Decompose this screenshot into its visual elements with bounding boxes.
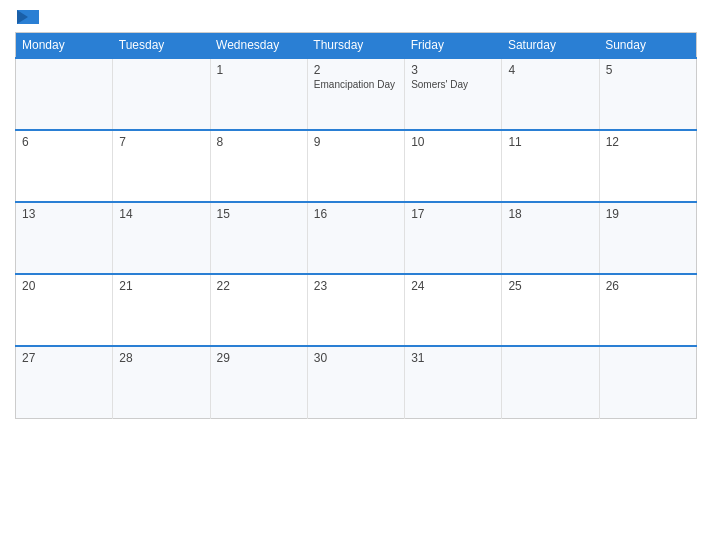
weekday-header-sunday: Sunday bbox=[599, 33, 696, 59]
weekday-header-wednesday: Wednesday bbox=[210, 33, 307, 59]
day-number: 17 bbox=[411, 207, 495, 221]
day-number: 19 bbox=[606, 207, 690, 221]
day-cell: 2Emancipation Day bbox=[307, 58, 404, 130]
weekday-header-thursday: Thursday bbox=[307, 33, 404, 59]
day-number: 4 bbox=[508, 63, 592, 77]
day-number: 31 bbox=[411, 351, 495, 365]
day-number: 3 bbox=[411, 63, 495, 77]
day-cell: 20 bbox=[16, 274, 113, 346]
day-cell: 25 bbox=[502, 274, 599, 346]
calendar-container: MondayTuesdayWednesdayThursdayFridaySatu… bbox=[0, 0, 712, 550]
day-cell: 9 bbox=[307, 130, 404, 202]
day-cell: 8 bbox=[210, 130, 307, 202]
day-number: 1 bbox=[217, 63, 301, 77]
week-row-2: 6789101112 bbox=[16, 130, 697, 202]
day-cell: 26 bbox=[599, 274, 696, 346]
day-cell: 16 bbox=[307, 202, 404, 274]
day-cell: 6 bbox=[16, 130, 113, 202]
day-number: 18 bbox=[508, 207, 592, 221]
day-cell: 22 bbox=[210, 274, 307, 346]
day-number: 24 bbox=[411, 279, 495, 293]
day-number: 25 bbox=[508, 279, 592, 293]
day-number: 26 bbox=[606, 279, 690, 293]
day-number: 6 bbox=[22, 135, 106, 149]
day-event: Somers' Day bbox=[411, 79, 495, 90]
day-number: 13 bbox=[22, 207, 106, 221]
day-event: Emancipation Day bbox=[314, 79, 398, 90]
week-row-4: 20212223242526 bbox=[16, 274, 697, 346]
logo bbox=[15, 10, 39, 24]
day-number: 12 bbox=[606, 135, 690, 149]
day-cell: 3Somers' Day bbox=[405, 58, 502, 130]
day-cell: 24 bbox=[405, 274, 502, 346]
day-cell: 29 bbox=[210, 346, 307, 418]
day-number: 10 bbox=[411, 135, 495, 149]
day-cell: 12 bbox=[599, 130, 696, 202]
day-cell: 13 bbox=[16, 202, 113, 274]
svg-marker-2 bbox=[28, 10, 39, 24]
day-number: 21 bbox=[119, 279, 203, 293]
day-number: 5 bbox=[606, 63, 690, 77]
day-cell: 21 bbox=[113, 274, 210, 346]
day-cell: 19 bbox=[599, 202, 696, 274]
day-number: 27 bbox=[22, 351, 106, 365]
day-cell bbox=[502, 346, 599, 418]
logo-flag-icon bbox=[17, 10, 39, 24]
day-number: 22 bbox=[217, 279, 301, 293]
day-number: 2 bbox=[314, 63, 398, 77]
day-number: 9 bbox=[314, 135, 398, 149]
day-cell: 28 bbox=[113, 346, 210, 418]
day-cell: 5 bbox=[599, 58, 696, 130]
day-number: 30 bbox=[314, 351, 398, 365]
day-number: 14 bbox=[119, 207, 203, 221]
day-cell: 30 bbox=[307, 346, 404, 418]
day-cell bbox=[16, 58, 113, 130]
day-cell: 4 bbox=[502, 58, 599, 130]
header bbox=[15, 10, 697, 24]
day-cell: 14 bbox=[113, 202, 210, 274]
day-cell: 1 bbox=[210, 58, 307, 130]
day-number: 28 bbox=[119, 351, 203, 365]
week-row-3: 13141516171819 bbox=[16, 202, 697, 274]
week-row-1: 12Emancipation Day3Somers' Day45 bbox=[16, 58, 697, 130]
day-number: 23 bbox=[314, 279, 398, 293]
weekday-header-monday: Monday bbox=[16, 33, 113, 59]
weekday-header-row: MondayTuesdayWednesdayThursdayFridaySatu… bbox=[16, 33, 697, 59]
day-cell bbox=[599, 346, 696, 418]
day-cell: 10 bbox=[405, 130, 502, 202]
day-number: 20 bbox=[22, 279, 106, 293]
weekday-header-tuesday: Tuesday bbox=[113, 33, 210, 59]
day-cell: 11 bbox=[502, 130, 599, 202]
calendar-grid: MondayTuesdayWednesdayThursdayFridaySatu… bbox=[15, 32, 697, 419]
weekday-header-friday: Friday bbox=[405, 33, 502, 59]
day-cell: 7 bbox=[113, 130, 210, 202]
day-cell bbox=[113, 58, 210, 130]
day-number: 11 bbox=[508, 135, 592, 149]
day-number: 29 bbox=[217, 351, 301, 365]
day-cell: 15 bbox=[210, 202, 307, 274]
week-row-5: 2728293031 bbox=[16, 346, 697, 418]
day-cell: 27 bbox=[16, 346, 113, 418]
day-cell: 31 bbox=[405, 346, 502, 418]
day-cell: 18 bbox=[502, 202, 599, 274]
day-cell: 23 bbox=[307, 274, 404, 346]
weekday-header-saturday: Saturday bbox=[502, 33, 599, 59]
day-number: 8 bbox=[217, 135, 301, 149]
day-cell: 17 bbox=[405, 202, 502, 274]
day-number: 15 bbox=[217, 207, 301, 221]
day-number: 7 bbox=[119, 135, 203, 149]
day-number: 16 bbox=[314, 207, 398, 221]
